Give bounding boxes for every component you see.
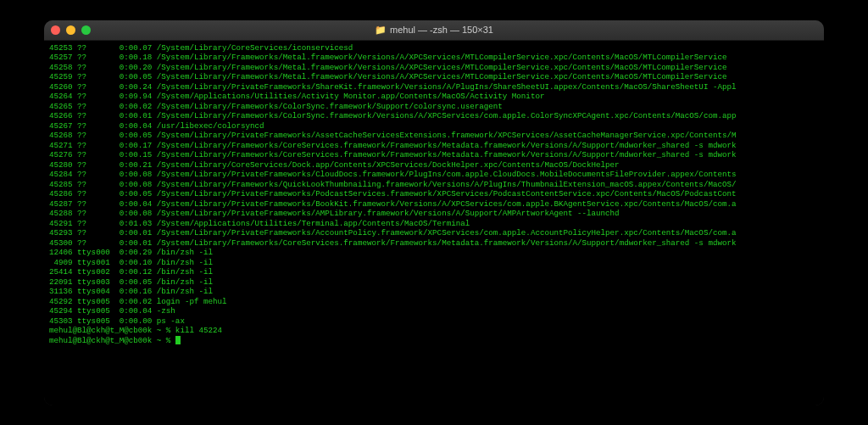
ps-row: 45253 ?? 0:00.07 /System/Library/CoreSer… bbox=[49, 43, 819, 53]
ps-row: 45280 ?? 0:00.21 /System/Library/CoreSer… bbox=[49, 160, 819, 171]
ps-row: 45303 ttys005 0:00.00 ps -ax bbox=[49, 316, 819, 327]
terminal-content[interactable]: 45253 ?? 0:00.07 /System/Library/CoreSer… bbox=[44, 41, 824, 405]
ps-row: 31136 ttys004 0:00.16 /bin/zsh -il bbox=[49, 287, 819, 297]
window-title: 📁mehul — -zsh — 150×31 bbox=[44, 25, 824, 36]
ps-row: 45293 ?? 0:00.01 /System/Library/Private… bbox=[49, 228, 819, 238]
ps-row: 45284 ?? 0:00.08 /System/Library/Private… bbox=[49, 170, 819, 180]
folder-icon: 📁 bbox=[375, 25, 387, 35]
ps-row: 45266 ?? 0:00.01 /System/Library/Framewo… bbox=[49, 111, 819, 121]
ps-row: 45260 ?? 0:00.24 /System/Library/Private… bbox=[49, 82, 819, 92]
ps-row: 45276 ?? 0:00.15 /System/Library/Framewo… bbox=[49, 150, 819, 160]
terminal-window: 📁mehul — -zsh — 150×31 45253 ?? 0:00.07 … bbox=[44, 20, 824, 405]
traffic-lights bbox=[51, 25, 91, 35]
window-title-text: mehul — -zsh — 150×31 bbox=[390, 25, 493, 35]
ps-row: 45287 ?? 0:00.04 /System/Library/Private… bbox=[49, 199, 819, 210]
ps-row: 45267 ?? 0:00.04 /usr/libexec/colorsyncd bbox=[49, 121, 819, 131]
ps-row: 45288 ?? 0:00.08 /System/Library/Private… bbox=[49, 209, 819, 219]
minimize-button[interactable] bbox=[66, 25, 75, 35]
ps-row: 45258 ?? 0:00.20 /System/Library/Framewo… bbox=[49, 63, 819, 73]
ps-row: 45264 ?? 0:09.94 /System/Applications/Ut… bbox=[49, 92, 819, 102]
close-button[interactable] bbox=[51, 25, 60, 35]
prompt-current[interactable]: mehul@Bl@ckh@t_M@cb00k ~ % bbox=[49, 336, 819, 346]
ps-row: 12406 ttys000 0:00.29 /bin/zsh -il bbox=[49, 248, 819, 258]
ps-row: 45300 ?? 0:00.01 /System/Library/Framewo… bbox=[49, 238, 819, 249]
ps-row: 45257 ?? 0:00.18 /System/Library/Framewo… bbox=[49, 53, 819, 63]
ps-row: 45286 ?? 0:00.05 /System/Library/Private… bbox=[49, 189, 819, 199]
ps-row: 45259 ?? 0:00.05 /System/Library/Framewo… bbox=[49, 72, 819, 82]
ps-row: 22091 ttys003 0:00.05 /bin/zsh -il bbox=[49, 277, 819, 288]
ps-row: 45271 ?? 0:00.17 /System/Library/Framewo… bbox=[49, 141, 819, 151]
ps-row: 4909 ttys001 0:00.10 /bin/zsh -il bbox=[49, 258, 819, 268]
ps-row: 45292 ttys005 0:00.02 login -pf mehul bbox=[49, 297, 819, 307]
ps-row: 25414 ttys002 0:00.12 /bin/zsh -il bbox=[49, 267, 819, 277]
ps-row: 45291 ?? 0:01.03 /System/Applications/Ut… bbox=[49, 219, 819, 229]
ps-row: 45294 ttys005 0:00.04 -zsh bbox=[49, 306, 819, 316]
zoom-button[interactable] bbox=[81, 25, 91, 35]
prompt-line: mehul@Bl@ckh@t_M@cb00k ~ % kill 45224 bbox=[49, 326, 819, 336]
ps-row: 45285 ?? 0:00.08 /System/Library/Framewo… bbox=[49, 180, 819, 190]
ps-row: 45265 ?? 0:00.02 /System/Library/Framewo… bbox=[49, 102, 819, 112]
titlebar[interactable]: 📁mehul — -zsh — 150×31 bbox=[44, 20, 824, 41]
ps-row: 45268 ?? 0:00.05 /System/Library/Private… bbox=[49, 131, 819, 141]
cursor bbox=[175, 336, 181, 344]
